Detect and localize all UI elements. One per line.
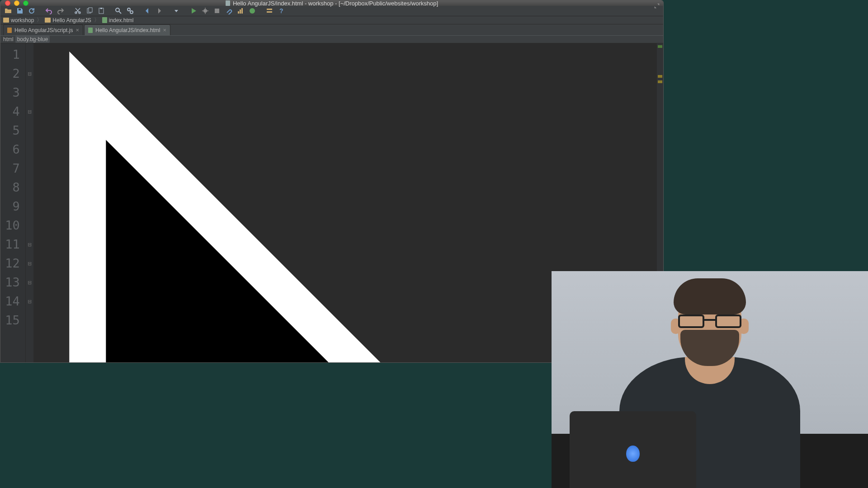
back-icon[interactable] [142,6,152,16]
warning-marker[interactable] [658,75,662,78]
paste-icon[interactable] [96,6,106,16]
svg-rect-13 [240,9,241,14]
apple-logo-icon [626,446,640,462]
attach-icon[interactable] [224,6,234,16]
copy-icon[interactable] [85,6,94,16]
svg-rect-0 [19,9,21,10]
breadcrumb-label: Hello AngularJS [52,17,91,23]
fullscreen-button[interactable] [653,2,660,9]
breadcrumb-bar: workshop 〉 Hello AngularJS 〉 index.html [0,16,663,24]
editor-tab-script[interactable]: Hello AngularJS/script.js × [3,24,83,35]
line-number-gutter: 123456789101112131415 [0,43,26,363]
line-number: 5 [0,121,20,140]
laptop [570,411,696,488]
structure-breadcrumb: html body.bg-blue [0,36,663,43]
window-titlebar: Hello AngularJS/index.html - workshop - … [0,0,663,6]
line-number: 15 [0,311,20,330]
close-tab-icon[interactable]: × [75,27,79,33]
close-window-button[interactable] [5,0,10,6]
window-title-text: Hello AngularJS/index.html - workshop - … [233,0,438,7]
svg-rect-12 [238,11,239,14]
code-editor[interactable]: <!DOCTYPE html><html ng-app="app"> <head… [33,43,35,363]
run-icon[interactable] [189,6,198,16]
window-controls [0,0,28,6]
chevron-right-icon: 〉 [94,16,99,24]
svg-rect-17 [267,11,272,13]
html-file-icon [102,17,107,23]
fold-toggle-icon[interactable]: ⊟ [28,235,32,254]
line-number: 7 [0,159,20,178]
line-number: 2 [0,64,20,83]
minimize-window-button[interactable] [14,0,19,6]
editor-tab-label: Hello AngularJS/script.js [14,27,73,33]
line-number: 11 [0,235,20,254]
line-number: 13 [0,273,20,292]
coverage-icon[interactable] [247,6,257,16]
window-title: Hello AngularJS/index.html - workshop - … [0,0,663,7]
fold-gutter: ⊟⊟⊟⊟⊟⊟ [26,43,33,363]
editor-tab-label: Hello AngularJS/index.html [95,27,160,33]
fold-toggle-icon[interactable]: ⊟ [28,273,32,292]
sync-icon[interactable] [27,6,37,16]
file-icon [226,0,230,6]
forward-icon[interactable] [154,6,164,16]
status-marker [658,45,662,48]
settings-icon[interactable] [264,6,274,16]
svg-point-15 [250,8,255,14]
structure-crumb-html[interactable]: html [3,36,14,42]
fold-toggle-icon[interactable]: ⊟ [28,254,32,273]
structure-crumb-body[interactable]: body.bg-blue [15,36,50,43]
line-number: 9 [0,197,20,216]
js-file-icon [7,28,12,33]
svg-rect-4 [89,8,92,12]
fold-toggle-icon[interactable]: ⊟ [28,292,32,311]
svg-rect-16 [267,9,272,10]
save-all-icon[interactable] [15,6,25,16]
html-file-icon [88,28,93,33]
line-number: 12 [0,254,20,273]
main-toolbar: ? [0,6,663,16]
svg-point-9 [130,11,133,14]
svg-point-10 [203,9,207,13]
line-number: 3 [0,83,20,102]
line-number: 8 [0,178,20,197]
profile-icon[interactable] [236,6,245,16]
line-number: 6 [0,140,20,159]
breadcrumb-item[interactable]: Hello AngularJS [45,17,91,23]
folder-icon [45,18,51,23]
warning-marker[interactable] [658,80,662,83]
svg-text:?: ? [279,7,283,14]
line-number: 14 [0,292,20,311]
line-number: 4 [0,102,20,121]
fold-toggle-icon[interactable]: ⊟ [28,102,32,121]
chevron-right-icon: 〉 [37,16,42,24]
fold-toggle-icon[interactable]: ⊟ [28,64,32,83]
debug-icon[interactable] [200,6,210,16]
svg-point-7 [116,8,119,12]
stop-icon[interactable] [212,6,222,16]
redo-icon[interactable] [56,6,66,16]
svg-rect-11 [215,9,219,13]
undo-icon[interactable] [44,6,54,16]
breadcrumb-item[interactable]: index.html [102,17,134,23]
svg-rect-6 [100,8,102,9]
line-number: 1 [0,45,20,64]
help-icon[interactable]: ? [276,6,286,16]
folder-icon [3,18,9,23]
editor-tabs: Hello AngularJS/script.js × Hello Angula… [0,24,663,36]
cut-icon[interactable] [73,6,83,16]
replace-icon[interactable] [125,6,135,16]
line-number: 10 [0,216,20,235]
config-dropdown-icon[interactable] [171,6,181,16]
open-icon[interactable] [3,6,13,16]
editor-tab-index[interactable]: Hello AngularJS/index.html × [84,24,170,35]
breadcrumb-label: index.html [109,17,134,23]
svg-point-8 [127,8,130,11]
presenter-webcam [552,271,868,488]
svg-rect-14 [241,8,243,14]
breadcrumb-item[interactable]: workshop [3,17,34,23]
find-icon[interactable] [113,6,123,16]
zoom-window-button[interactable] [23,0,28,6]
breadcrumb-label: workshop [11,17,34,23]
close-tab-icon[interactable]: × [163,27,166,33]
